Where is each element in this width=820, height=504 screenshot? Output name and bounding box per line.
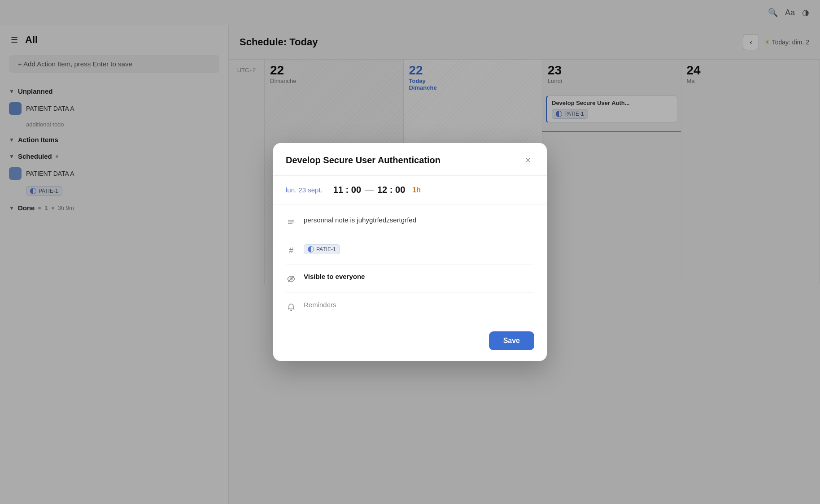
- modal-badge-content: PATIE-1: [304, 244, 534, 254]
- modal-patie-label: PATIE-1: [316, 246, 336, 252]
- modal-duration: 1h: [412, 186, 421, 194]
- modal-footer: Save: [273, 324, 547, 361]
- modal-patie-badge[interactable]: PATIE-1: [304, 244, 340, 254]
- hash-icon: #: [286, 245, 297, 256]
- modal-dialog: Develop Secure User Authentication × lun…: [273, 143, 547, 361]
- modal-note-row: personnal note is juhygtrfedzsertgrfed: [286, 208, 534, 236]
- modal-title: Develop Secure User Authentication: [286, 155, 441, 165]
- modal-badge-row: # PATIE-1: [286, 236, 534, 265]
- half-circle-icon: [308, 246, 314, 252]
- modal-date: lun. 23 sept.: [286, 186, 323, 194]
- eye-icon: [286, 274, 297, 284]
- modal-note-text: personnal note is juhygtrfedzsertgrfed: [304, 216, 534, 224]
- modal-close-button[interactable]: ×: [522, 154, 534, 166]
- note-icon: [286, 217, 297, 228]
- modal-visibility-row: Visible to everyone: [286, 265, 534, 293]
- start-time: 11 : 00: [333, 185, 361, 195]
- bell-icon: [286, 302, 297, 313]
- modal-reminders-text: Reminders: [304, 301, 534, 308]
- modal-time-row: lun. 23 sept. 11 : 00 — 12 : 00 1h: [273, 176, 547, 204]
- save-button[interactable]: Save: [489, 331, 534, 350]
- modal-visibility-text: Visible to everyone: [304, 273, 534, 280]
- modal-overlay[interactable]: Develop Secure User Authentication × lun…: [0, 0, 820, 504]
- time-dash: —: [365, 185, 374, 195]
- modal-reminders-row: Reminders: [286, 293, 534, 321]
- end-time: 12 : 00: [377, 185, 405, 195]
- modal-body: personnal note is juhygtrfedzsertgrfed #…: [273, 204, 547, 324]
- modal-time-range: 11 : 00 — 12 : 00 1h: [333, 185, 421, 195]
- modal-header: Develop Secure User Authentication ×: [273, 143, 547, 176]
